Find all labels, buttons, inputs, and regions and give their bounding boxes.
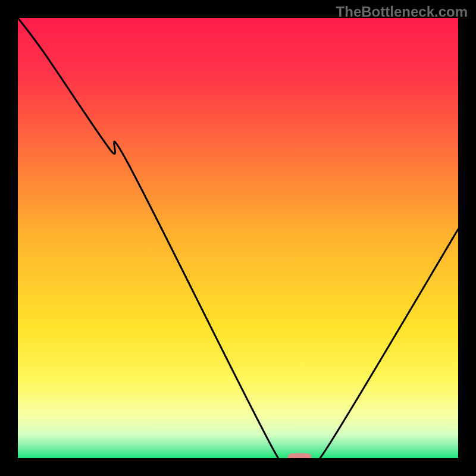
gradient-background xyxy=(18,18,458,458)
bottleneck-chart xyxy=(18,18,458,458)
watermark-text: TheBottleneck.com xyxy=(336,4,468,20)
chart-frame xyxy=(18,18,458,458)
optimal-marker xyxy=(288,453,312,458)
